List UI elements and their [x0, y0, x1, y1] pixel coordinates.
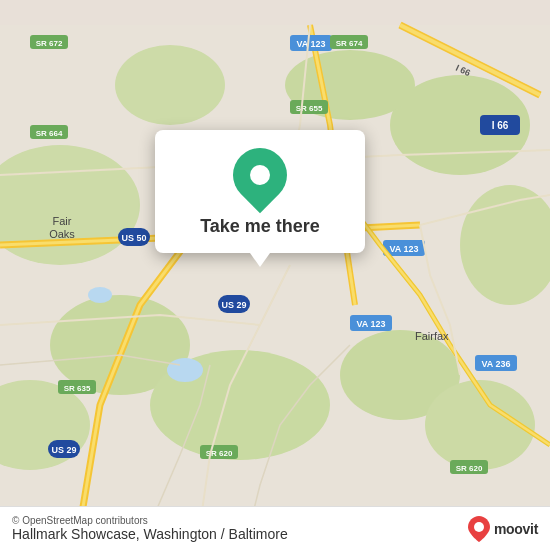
svg-text:VA 123: VA 123 [296, 39, 325, 49]
svg-text:I 66: I 66 [492, 120, 509, 131]
bottom-left-info: © OpenStreetMap contributors Hallmark Sh… [12, 515, 288, 542]
svg-text:SR 635: SR 635 [64, 384, 91, 393]
svg-text:Fairfax: Fairfax [415, 330, 449, 342]
location-pin-icon [222, 137, 298, 213]
svg-point-47 [474, 522, 484, 532]
svg-point-12 [88, 287, 112, 303]
svg-text:US 50: US 50 [121, 233, 146, 243]
moovit-pin-icon [468, 516, 490, 542]
svg-text:US 29: US 29 [221, 300, 246, 310]
svg-text:SR 672: SR 672 [36, 39, 63, 48]
map-background: I 66 VA 123 SR 674 SR 672 SR 664 SR 655 … [0, 0, 550, 550]
svg-text:VA 236: VA 236 [481, 359, 510, 369]
svg-point-8 [115, 45, 225, 125]
location-label: Hallmark Showcase, Washington / Baltimor… [12, 526, 288, 542]
osm-attribution: © OpenStreetMap contributors [12, 515, 288, 526]
svg-point-11 [167, 358, 203, 382]
map-container: I 66 VA 123 SR 674 SR 672 SR 664 SR 655 … [0, 0, 550, 550]
take-me-there-button[interactable]: Take me there [200, 216, 320, 237]
svg-text:Oaks: Oaks [49, 228, 75, 240]
svg-text:US 29: US 29 [51, 445, 76, 455]
svg-text:SR 674: SR 674 [336, 39, 363, 48]
svg-text:SR 620: SR 620 [456, 464, 483, 473]
moovit-text: moovit [494, 521, 538, 537]
location-popup: Take me there [155, 130, 365, 253]
bottom-bar: © OpenStreetMap contributors Hallmark Sh… [0, 506, 550, 550]
svg-text:SR 664: SR 664 [36, 129, 63, 138]
svg-text:SR 655: SR 655 [296, 104, 323, 113]
svg-text:Fair: Fair [53, 215, 72, 227]
svg-text:VA 123: VA 123 [389, 244, 418, 254]
svg-text:VA 123: VA 123 [356, 319, 385, 329]
pin-dot [250, 165, 270, 185]
moovit-logo: moovit [468, 516, 538, 542]
